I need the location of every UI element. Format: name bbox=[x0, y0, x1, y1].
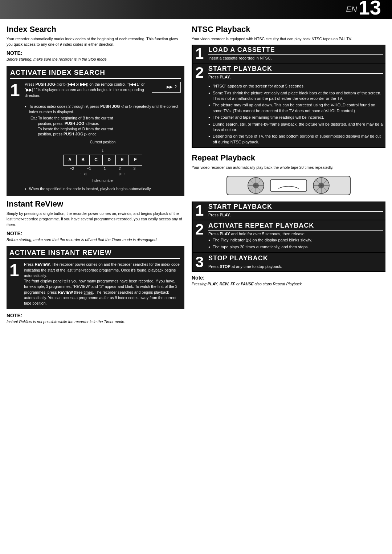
index-search-note-label: NOTE: bbox=[7, 50, 184, 56]
cell-c: C bbox=[90, 155, 103, 165]
repeat-playback-section: Repeat Playback Your video recorder can … bbox=[192, 153, 385, 287]
index-search-note-text: Before starting, make sure the recorder … bbox=[7, 57, 184, 62]
svg-rect-13 bbox=[270, 180, 307, 191]
ntsc-step2-text: Press PLAY. bbox=[208, 75, 383, 79]
repeat-bullet2: The tape plays 20 times automatically, a… bbox=[208, 244, 383, 250]
en-label: EN bbox=[346, 5, 357, 14]
ntsc-step2-heading: START PLAYBACK bbox=[208, 65, 383, 74]
repeat-playback-body: Your video recorder can automatically pl… bbox=[192, 165, 385, 170]
right-column: NTSC Playback Your video recorder is equ… bbox=[192, 25, 385, 328]
cell-f: F bbox=[129, 155, 142, 165]
repeat-step3-inner: STOP PLAYBACK Press STOP at any time to … bbox=[208, 253, 385, 270]
diagram-arrows: ←◁ ▷→ bbox=[64, 171, 142, 177]
instant-review-note2-label: NOTE: bbox=[7, 313, 184, 318]
instant-review-note-text: Before starting, make sure that the reco… bbox=[7, 237, 184, 243]
repeat-step1-inner: START PLAYBACK Press PLAY. bbox=[208, 201, 385, 219]
repeat-step2: 2 ACTIVATE REPEAT PLAYBACK Press PLAY an… bbox=[192, 220, 385, 253]
repeat-step3-heading: STOP PLAYBACK bbox=[208, 254, 383, 263]
index-search-top-right: ▶▶| 2 bbox=[152, 82, 181, 93]
repeat-step1: 1 START PLAYBACK Press PLAY. bbox=[192, 201, 385, 220]
diagram-index-label: Index number bbox=[91, 178, 114, 184]
index-diagram: Current position ↓ A B C D E F bbox=[25, 140, 181, 183]
ntsc-bullet6: Depending on the type of TV, the top and… bbox=[208, 134, 383, 145]
num-n2: −2 bbox=[70, 166, 74, 172]
page-header: EN 13 bbox=[0, 0, 392, 19]
instant-review-step1-text: Press REVIEW. The recorder power comes o… bbox=[24, 262, 180, 306]
index-step-number: 1 bbox=[10, 82, 22, 99]
instant-review-step-number: 1 bbox=[9, 262, 21, 279]
diagram-label: Current position bbox=[90, 140, 116, 145]
ntsc-bullets: "NTSC" appears on the screen for about 5… bbox=[208, 83, 383, 145]
ntsc-playback-title: NTSC Playback bbox=[192, 25, 385, 34]
main-content: Index Search Your recorder automatically… bbox=[0, 19, 392, 334]
index-search-body: Your recorder automatically marks index … bbox=[7, 36, 184, 47]
ntsc-step2-number: 2 bbox=[193, 64, 206, 82]
repeat-step2-heading: ACTIVATE REPEAT PLAYBACK bbox=[208, 222, 383, 231]
activate-index-search-box: ACTIVATE INDEX SEARCH 1 ▶▶| 2 Press PUSH… bbox=[7, 66, 184, 196]
instant-review-note-label: NOTE: bbox=[7, 231, 184, 236]
tape-svg bbox=[223, 173, 354, 199]
ntsc-bullet4: The counter and tape remaining time read… bbox=[208, 115, 383, 120]
repeat-playback-title: Repeat Playback bbox=[192, 153, 385, 163]
repeat-note-text: Pressing PLAY, REW, FF or PAUSE also sto… bbox=[192, 281, 385, 287]
index-bullet2: When the specified index code is located… bbox=[25, 186, 181, 192]
index-bullet-list: To access index codes 2 through 9, press… bbox=[25, 104, 181, 114]
index-step-content: ▶▶| 2 Press PUSH JOG◁ or ▷(|◀◀ or ▶▶|) o… bbox=[25, 82, 181, 193]
tape-illustration bbox=[192, 173, 385, 199]
repeat-step3-text: Press STOP at any time to stop playback. bbox=[208, 264, 383, 269]
repeat-step1-heading: START PLAYBACK bbox=[208, 203, 383, 212]
activate-instant-review-box: ACTIVATE INSTANT REVIEW 1 Press REVIEW. … bbox=[7, 246, 184, 309]
ntsc-step2: 2 START PLAYBACK Press PLAY. "NTSC" appe… bbox=[192, 64, 385, 148]
repeat-step3-number: 3 bbox=[193, 253, 206, 271]
index-example: Ex.: To locate the beginning of B from t… bbox=[25, 115, 181, 137]
instant-review-body: Simply by pressing a single button, the … bbox=[7, 211, 184, 228]
arrow-right: ▷→ bbox=[119, 171, 126, 177]
cell-e: E bbox=[116, 155, 129, 165]
repeat-step1-text: Press PLAY. bbox=[208, 213, 383, 217]
ntsc-step2-inner: START PLAYBACK Press PLAY. "NTSC" appear… bbox=[208, 64, 385, 147]
diagram-numbers: −2 −1 1 2 3 bbox=[64, 166, 142, 172]
index-bullet1: To access index codes 2 through 9, press… bbox=[25, 104, 181, 114]
repeat-step2-inner: ACTIVATE REPEAT PLAYBACK Press PLAY and … bbox=[208, 220, 385, 252]
num-1: 1 bbox=[104, 166, 106, 172]
num-3: 3 bbox=[134, 166, 136, 172]
ntsc-step1-number: 1 bbox=[193, 45, 206, 63]
diagram-cells: A B C D E F bbox=[63, 155, 142, 166]
left-column: Index Search Your recorder automatically… bbox=[7, 25, 184, 328]
index-search-title: Index Search bbox=[7, 25, 184, 34]
index-step-row: 1 ▶▶| 2 Press PUSH JOG◁ or ▷(|◀◀ or ▶▶|)… bbox=[10, 82, 181, 193]
ntsc-playback-body: Your video recorder is equipped with NTS… bbox=[192, 36, 385, 42]
instant-review-note2-text: Instant ReView is not possible while the… bbox=[7, 319, 184, 325]
repeat-step3: 3 STOP PLAYBACK Press STOP at any time t… bbox=[192, 253, 385, 272]
arrow-left: ←◁ bbox=[80, 171, 86, 177]
repeat-step2-number: 2 bbox=[193, 220, 206, 239]
instant-review-step-content: Press REVIEW. The recorder power comes o… bbox=[24, 262, 180, 306]
repeat-bullet1: The Play indicator (▷) on the display pa… bbox=[208, 237, 383, 243]
ntsc-step1-inner: LOAD A CASSETTE Insert a cassette record… bbox=[208, 45, 385, 62]
ntsc-bullet1: "NTSC" appears on the screen for about 5… bbox=[208, 83, 383, 89]
ntsc-bullet5: During search, still, or frame-by-frame … bbox=[208, 122, 383, 133]
ntsc-bullet3: The picture may roll up and down. This c… bbox=[208, 102, 383, 114]
instant-review-step-row: 1 Press REVIEW. The recorder power comes… bbox=[9, 262, 180, 306]
repeat-step1-number: 1 bbox=[193, 201, 206, 220]
ntsc-step1: 1 LOAD A CASSETTE Insert a cassette reco… bbox=[192, 45, 385, 64]
instant-review-title: Instant ReView bbox=[7, 199, 184, 209]
ntsc-step1-text: Insert a cassette recorded in NTSC. bbox=[208, 56, 383, 60]
activate-index-search-title: ACTIVATE INDEX SEARCH bbox=[10, 69, 181, 79]
index-bullet2-list: When the specified index code is located… bbox=[25, 186, 181, 192]
repeat-note-label: Note: bbox=[192, 275, 385, 281]
cell-b: B bbox=[77, 155, 90, 165]
repeat-step2-bullets: The Play indicator (▷) on the display pa… bbox=[208, 237, 383, 250]
repeat-step2-text: Press PLAY and hold for over 5 seconds, … bbox=[208, 232, 383, 236]
ntsc-bullet2: Some TVs shrink the picture vertically a… bbox=[208, 90, 383, 102]
activate-instant-review-title: ACTIVATE INSTANT REVIEW bbox=[9, 249, 180, 259]
ntsc-playback-section: NTSC Playback Your video recorder is equ… bbox=[192, 25, 385, 148]
diagram-arrow-down: ↓ bbox=[102, 147, 104, 154]
index-search-section: Index Search Your recorder automatically… bbox=[7, 25, 184, 196]
instant-review-section: Instant ReView Simply by pressing a sing… bbox=[7, 199, 184, 325]
num-n1: −1 bbox=[87, 166, 91, 172]
ntsc-step1-heading: LOAD A CASSETTE bbox=[208, 46, 383, 55]
num-2: 2 bbox=[119, 166, 121, 172]
cell-a: A bbox=[64, 155, 77, 165]
page-number: 13 bbox=[359, 0, 381, 18]
